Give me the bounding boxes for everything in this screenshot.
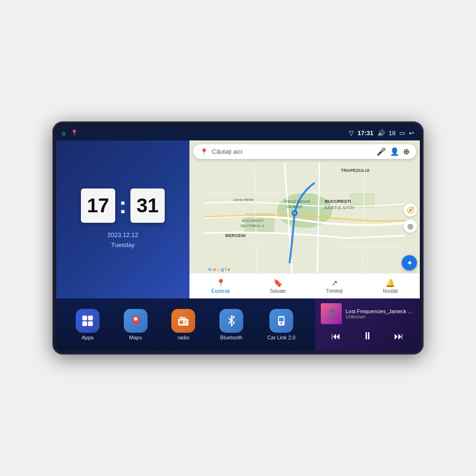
map-nav-share[interactable]: ↗ Trimiteți xyxy=(322,278,347,295)
share-label: Trimiteți xyxy=(326,288,343,294)
music-text: Lost Frequencies_Janieck Devy-... Unknow… xyxy=(346,308,414,319)
status-time: 17:31 xyxy=(357,129,373,137)
svg-rect-17 xyxy=(88,316,93,320)
clock-day-value: Tuesday xyxy=(107,240,138,250)
svg-rect-16 xyxy=(82,316,87,320)
svg-text:Leroy Merlin: Leroy Merlin xyxy=(233,198,254,202)
svg-rect-23 xyxy=(184,321,187,322)
map-nav-news[interactable]: 🔔 Noutăți xyxy=(379,278,402,295)
layers-icon[interactable]: ⊕ xyxy=(403,147,409,156)
clock-display: 17 : 31 xyxy=(81,188,165,223)
google-maps-icon: 📍 xyxy=(200,148,208,156)
status-right-info: ▽ 17:31 🔊 18 ▭ ↩ xyxy=(349,129,414,137)
map-compass-buttons: 🧭 ◎ xyxy=(404,203,417,233)
battery-icon: ▭ xyxy=(399,129,405,137)
back-icon[interactable]: ↩ xyxy=(409,129,414,137)
maps-pin-icon[interactable]: 📍 xyxy=(70,129,78,137)
device: ⌂ 📍 ▽ 17:31 🔊 18 ▭ ↩ 17 : xyxy=(52,121,424,355)
saved-icon: 🔖 xyxy=(273,278,283,288)
signal-strength: 18 xyxy=(389,129,396,137)
svg-rect-18 xyxy=(82,321,87,326)
svg-point-22 xyxy=(179,320,183,324)
saved-label: Salvate xyxy=(270,288,286,294)
maps-icon xyxy=(124,309,148,333)
account-icon[interactable]: 👤 xyxy=(390,147,399,156)
music-controls: ⏮ ⏸ ⏭ xyxy=(321,328,414,344)
apps-label: Apps xyxy=(82,335,94,340)
svg-rect-19 xyxy=(88,321,93,326)
prev-button[interactable]: ⏮ xyxy=(327,329,345,344)
screen: ⌂ 📍 ▽ 17:31 🔊 18 ▭ ↩ 17 : xyxy=(56,125,420,351)
signal-icon: ▽ xyxy=(349,129,354,137)
voice-search-icon[interactable]: 🎤 xyxy=(377,147,386,156)
top-section: 17 : 31 2023.12.12 Tuesday 📍 Căutați aic… xyxy=(56,140,420,298)
clock-date: 2023.12.12 Tuesday xyxy=(107,230,138,250)
svg-text:SECTORUL 4: SECTORUL 4 xyxy=(240,224,264,228)
radio-label: radio xyxy=(178,335,189,340)
svg-rect-28 xyxy=(279,317,284,321)
clock-colon: : xyxy=(119,194,127,217)
map-search-placeholder[interactable]: Căutați aici xyxy=(212,148,373,155)
clock-panel: 17 : 31 2023.12.12 Tuesday xyxy=(56,140,189,298)
compass-btn[interactable]: 🧭 xyxy=(404,203,417,217)
carlink-icon xyxy=(269,309,293,333)
music-title: Lost Frequencies_Janieck Devy-... xyxy=(346,308,414,314)
map-nav-explore[interactable]: 📍 Explorați xyxy=(208,278,234,295)
svg-point-20 xyxy=(134,317,137,321)
explore-label: Explorați xyxy=(211,288,230,294)
svg-rect-24 xyxy=(184,323,186,324)
next-button[interactable]: ⏭ xyxy=(390,329,407,344)
map-bottom-nav: 📍 Explorați 🔖 Salvate ↗ Trimiteți 🔔 xyxy=(189,273,420,298)
album-art: 🎵 xyxy=(321,303,342,324)
news-label: Noutăți xyxy=(383,288,398,294)
status-left-icons: ⌂ 📍 xyxy=(62,129,78,137)
carlink-label: Car Link 2.0 xyxy=(267,335,295,340)
play-pause-button[interactable]: ⏸ xyxy=(358,328,377,344)
map-panel: 📍 Căutați aici 🎤 👤 ⊕ xyxy=(189,140,420,298)
svg-point-29 xyxy=(280,322,282,324)
volume-icon: 🔊 xyxy=(377,129,385,137)
app-item-bluetooth[interactable]: Bluetooth xyxy=(219,309,243,340)
bluetooth-icon xyxy=(219,309,243,333)
explore-icon: 📍 xyxy=(216,278,226,288)
svg-text:BUCUREȘTI: BUCUREȘTI xyxy=(242,218,264,223)
map-content: TRAPEZULUI BUCUREȘTI JUDEȚUL ILFOV BERCE… xyxy=(189,163,420,273)
map-nav-saved[interactable]: 🔖 Salvate xyxy=(266,278,289,295)
svg-text:🎵: 🎵 xyxy=(327,308,337,319)
apps-panel: Apps Maps xyxy=(56,298,315,351)
svg-text:BUCUREȘTI: BUCUREȘTI xyxy=(325,198,351,204)
music-info: 🎵 Lost Frequencies_Janieck Devy-... Unkn… xyxy=(321,303,414,324)
map-fab-btn[interactable]: ✦ xyxy=(402,255,417,270)
music-panel: 🎵 Lost Frequencies_Janieck Devy-... Unkn… xyxy=(315,298,420,351)
bluetooth-label: Bluetooth xyxy=(220,335,242,340)
home-icon[interactable]: ⌂ xyxy=(62,129,66,137)
map-search-actions: 🎤 👤 ⊕ xyxy=(377,147,409,156)
share-icon: ↗ xyxy=(331,278,337,288)
status-bar: ⌂ 📍 ▽ 17:31 🔊 18 ▭ ↩ xyxy=(56,125,420,140)
svg-text:FM: FM xyxy=(179,316,182,319)
map-svg: TRAPEZULUI BUCUREȘTI JUDEȚUL ILFOV BERCE… xyxy=(189,163,420,273)
radio-icon: FM xyxy=(171,309,195,333)
map-area: TRAPEZULUI BUCUREȘTI JUDEȚUL ILFOV BERCE… xyxy=(189,163,420,273)
app-item-radio[interactable]: FM radio xyxy=(171,309,195,340)
svg-text:G
                  o
        : G o o g l e xyxy=(208,267,230,272)
svg-text:JUDEȚUL ILFOV: JUDEȚUL ILFOV xyxy=(324,205,355,210)
map-search-bar[interactable]: 📍 Căutați aici 🎤 👤 ⊕ xyxy=(193,144,416,159)
clock-minute: 31 xyxy=(130,188,165,223)
news-icon: 🔔 xyxy=(386,278,395,288)
clock-hour: 17 xyxy=(81,188,115,223)
svg-text:TRAPEZULUI: TRAPEZULUI xyxy=(341,168,369,173)
svg-text:BERCENI: BERCENI xyxy=(225,233,246,238)
app-item-apps[interactable]: Apps xyxy=(76,309,99,340)
svg-text:Văcărești: Văcărești xyxy=(286,204,302,209)
apps-icon xyxy=(76,309,99,333)
music-artist: Unknown xyxy=(346,314,414,319)
maps-label: Maps xyxy=(129,335,142,340)
bottom-section: Apps Maps xyxy=(56,298,420,351)
app-item-maps[interactable]: Maps xyxy=(124,309,148,340)
main-content: 17 : 31 2023.12.12 Tuesday 📍 Căutați aic… xyxy=(56,140,420,351)
clock-date-value: 2023.12.12 xyxy=(107,230,138,240)
app-item-carlink[interactable]: Car Link 2.0 xyxy=(267,309,295,340)
location-btn[interactable]: ◎ xyxy=(404,219,417,233)
